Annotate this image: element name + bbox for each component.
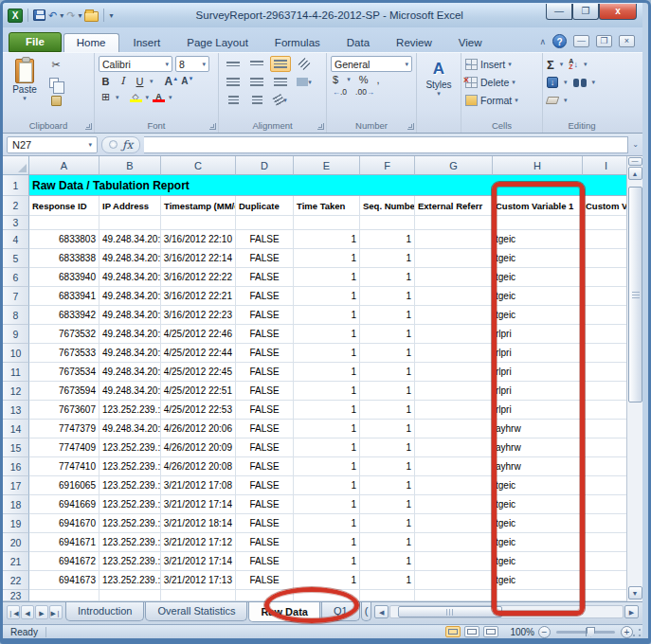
formula-input[interactable]	[144, 136, 628, 153]
cell-G7[interactable]	[415, 287, 493, 306]
cell-C11[interactable]: 4/25/2012 22:45	[161, 363, 236, 382]
cell-D3[interactable]	[236, 216, 294, 230]
font-dialog-launcher[interactable]	[209, 123, 216, 130]
row-header-19[interactable]: 19	[3, 514, 29, 533]
cell-A10[interactable]: 7673533	[29, 344, 99, 363]
align-center-button[interactable]	[246, 74, 267, 90]
cell-C4[interactable]: 3/16/2012 22:10	[161, 230, 236, 249]
cell-C23[interactable]	[161, 590, 236, 601]
excel-app-icon[interactable]: X	[8, 9, 23, 23]
italic-button[interactable]: I	[116, 74, 130, 88]
cell-E21[interactable]: 1	[294, 552, 360, 571]
cell-D15[interactable]: FALSE	[236, 438, 294, 457]
cell-B17[interactable]: 123.252.239.:	[99, 476, 161, 495]
cell-E13[interactable]: 1	[294, 401, 360, 420]
undo-icon[interactable]: ↶	[48, 9, 57, 22]
ribbon-tab-view[interactable]: View	[446, 34, 495, 52]
name-box-dropdown-icon[interactable]: ▾	[88, 141, 92, 149]
cell-F4[interactable]: 1	[360, 230, 415, 249]
merge-center-icon[interactable]: ▾	[294, 74, 315, 90]
cell-G4[interactable]	[415, 230, 493, 249]
cell-A15[interactable]: 7747409	[29, 438, 99, 457]
cell-G22[interactable]	[415, 571, 493, 590]
cancel-enter-icon[interactable]	[109, 140, 118, 149]
row-header-13[interactable]: 13	[3, 401, 29, 420]
cell-I14[interactable]	[583, 420, 630, 438]
cell-H6[interactable]: tgeic	[493, 268, 583, 287]
cell-C19[interactable]: 3/21/2012 18:14	[161, 514, 236, 533]
cell-C2[interactable]: Timestamp (MM/dd	[161, 196, 236, 216]
cell-I7[interactable]	[583, 287, 630, 306]
cell-A4[interactable]: 6833803	[29, 230, 99, 249]
cell-C20[interactable]: 3/21/2012 17:12	[161, 533, 236, 552]
cell-B11[interactable]: 49.248.34.20:	[99, 363, 161, 382]
cell-G16[interactable]	[415, 457, 493, 476]
cell-I5[interactable]	[583, 249, 630, 268]
row-header-2[interactable]: 2	[3, 196, 29, 216]
cell-B10[interactable]: 49.248.34.20:	[99, 344, 161, 363]
cell-H7[interactable]: tgeic	[493, 287, 583, 306]
shrink-font-icon[interactable]: A▼	[181, 76, 193, 86]
cell-G9[interactable]	[415, 325, 493, 344]
font-color-icon[interactable]: A	[152, 90, 166, 104]
col-header-G[interactable]: G	[415, 156, 493, 175]
name-box[interactable]: N27▾	[7, 136, 98, 153]
cell-H14[interactable]: ayhrw	[493, 420, 583, 438]
cell-F10[interactable]: 1	[360, 344, 415, 363]
cell-B7[interactable]: 49.248.34.20:	[99, 287, 161, 306]
row-header-12[interactable]: 12	[3, 382, 29, 401]
cell-F21[interactable]: 1	[360, 552, 415, 571]
row-header-11[interactable]: 11	[3, 363, 29, 382]
cell-A23[interactable]	[29, 590, 99, 601]
cell-D22[interactable]: FALSE	[236, 571, 294, 590]
row-header-10[interactable]: 10	[3, 344, 29, 363]
cell-D12[interactable]: FALSE	[236, 382, 294, 401]
cell-F16[interactable]: 1	[360, 457, 415, 476]
sort-filter-icon[interactable]: AZ↓	[569, 59, 578, 70]
scroll-left-icon[interactable]: ◀	[374, 605, 389, 618]
col-header-I[interactable]: I	[583, 156, 630, 175]
cell-D16[interactable]: FALSE	[236, 457, 294, 476]
cell-C18[interactable]: 3/21/2012 17:14	[161, 495, 236, 514]
cell-A5[interactable]: 6833838	[29, 249, 99, 268]
cell-D14[interactable]: FALSE	[236, 420, 294, 438]
cell-E2[interactable]: Time Taken	[294, 196, 360, 216]
row-header-14[interactable]: 14	[3, 420, 29, 438]
cell-C13[interactable]: 4/25/2012 22:53	[161, 401, 236, 420]
cell-B3[interactable]	[99, 216, 161, 230]
align-left-button[interactable]	[223, 74, 244, 90]
cell-F19[interactable]: 1	[360, 514, 415, 533]
cell-G20[interactable]	[415, 533, 493, 552]
cell-H13[interactable]: rlpri	[493, 401, 583, 420]
cell-H8[interactable]: tgeic	[493, 306, 583, 325]
row-header-20[interactable]: 20	[3, 533, 29, 552]
cell-C12[interactable]: 4/25/2012 22:51	[161, 382, 236, 401]
decrease-indent-icon[interactable]	[223, 92, 244, 108]
cell-I8[interactable]	[583, 306, 630, 325]
cell-A20[interactable]: 6941671	[29, 533, 99, 552]
cell-E4[interactable]: 1	[294, 230, 360, 249]
sort-dropdown-icon[interactable]: ▾	[584, 61, 588, 68]
cell-I16[interactable]	[583, 457, 630, 476]
cell-H15[interactable]: ayhrw	[493, 438, 583, 457]
horizontal-scroll-thumb[interactable]	[398, 606, 502, 617]
cell-B19[interactable]: 123.252.239.:	[99, 514, 161, 533]
row-header-4[interactable]: 4	[3, 230, 29, 249]
cell-C15[interactable]: 4/26/2012 20:09	[161, 438, 236, 457]
cell-B5[interactable]: 49.248.34.20:	[99, 249, 161, 268]
cell-H2[interactable]: Custom Variable 1	[493, 196, 583, 216]
cell-A13[interactable]: 7673607	[29, 401, 99, 420]
delete-button[interactable]: Delete▾	[465, 74, 538, 91]
orientation-icon[interactable]	[294, 56, 315, 72]
underline-button[interactable]: U	[133, 74, 147, 88]
cell-F20[interactable]: 1	[360, 533, 415, 552]
font-size-select[interactable]: 8▾	[175, 56, 209, 72]
redo-icon[interactable]: ↷	[66, 9, 75, 22]
cell-F18[interactable]: 1	[360, 495, 415, 514]
vertical-scrollbar[interactable]: — ▲ ▼	[626, 156, 642, 601]
cell-H9[interactable]: rlpri	[493, 325, 583, 344]
row-header-3[interactable]: 3	[3, 216, 29, 230]
col-header-C[interactable]: C	[161, 156, 236, 175]
cell-I18[interactable]	[583, 495, 630, 514]
cell-B9[interactable]: 49.248.34.20:	[99, 325, 161, 344]
